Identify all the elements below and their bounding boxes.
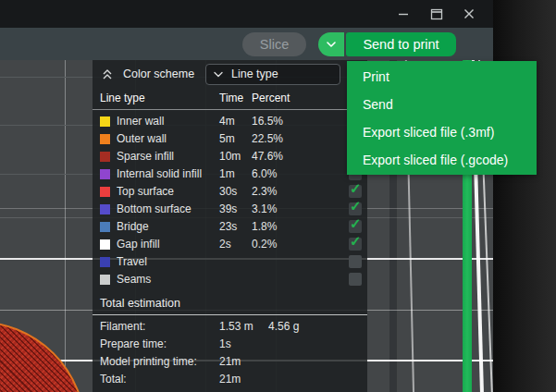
table-row: Seams ✓ <box>93 271 367 288</box>
line-type-percent: 3.1% <box>252 201 277 218</box>
line-type-label: Bottom surface <box>117 201 192 218</box>
line-type-time: 4m <box>219 113 235 130</box>
minimize-icon <box>398 8 409 19</box>
chevron-down-icon <box>326 41 337 48</box>
checkmark-icon: ✓ <box>350 215 362 232</box>
line-type-label: Seams <box>117 271 151 288</box>
line-type-time: 2s <box>219 236 231 253</box>
double-chevron-up-icon[interactable] <box>101 67 114 80</box>
line-type-label: Travel <box>117 253 147 271</box>
sliced-model-preview[interactable] <box>0 321 86 392</box>
column-header-percent: Percent <box>252 88 290 109</box>
panel-title: Color scheme <box>123 60 194 88</box>
total-value: 1.53 m <box>219 318 253 336</box>
line-type-time: 23s <box>219 218 237 236</box>
line-type-percent: 6.0% <box>252 165 277 183</box>
app-window: Slice Send to print <box>0 0 493 392</box>
checkmark-icon: ✓ <box>350 198 362 214</box>
line-type-time: 39s <box>219 201 237 218</box>
checkmark-icon: ✓ <box>350 233 362 250</box>
toolbar: Slice Send to print <box>0 28 493 60</box>
line-type-percent: 0.2% <box>252 236 277 253</box>
menu-item[interactable]: Export sliced file (.3mf) <box>347 118 537 146</box>
view-type-select[interactable]: Line type <box>205 64 340 85</box>
total-row: Prepare time: 1s <box>93 336 367 353</box>
line-type-color-swatch <box>100 222 110 232</box>
table-row: Sparse infill 10m 47.6% ✓ <box>93 148 367 165</box>
color-scheme-panel: Color scheme Line type Line type Time Pe… <box>93 60 367 392</box>
total-row: Filament: 1.53 m 4.56 g <box>93 318 367 336</box>
total-value: 1s <box>219 336 231 353</box>
close-icon <box>463 8 475 19</box>
total-value: 21m <box>219 371 241 388</box>
line-type-visibility-checkbox[interactable]: ✓ <box>349 220 362 233</box>
send-options-dropdown-button[interactable] <box>318 32 344 56</box>
line-type-color-swatch <box>100 152 110 162</box>
line-type-color-swatch <box>100 134 110 144</box>
close-button[interactable] <box>456 0 482 28</box>
panel-header: Color scheme Line type <box>93 60 367 88</box>
total-value-2: 4.56 g <box>268 318 299 336</box>
line-type-visibility-checkbox[interactable]: ✓ <box>349 238 362 251</box>
table-row: Gap infill 2s 0.2% ✓ <box>93 236 367 253</box>
total-estimation-title: Total estimation <box>100 295 180 312</box>
divider <box>93 109 367 110</box>
line-type-visibility-checkbox[interactable]: ✓ <box>349 185 362 198</box>
line-type-percent: 47.6% <box>252 148 283 165</box>
line-type-time: 30s <box>219 183 237 201</box>
desktop-background <box>493 0 556 392</box>
minimize-button[interactable] <box>390 0 416 28</box>
line-type-percent: 2.3% <box>252 183 277 201</box>
slice-button[interactable]: Slice <box>242 32 306 56</box>
send-to-print-button[interactable]: Send to print <box>346 32 456 56</box>
grid-line <box>65 60 66 392</box>
line-type-visibility-checkbox[interactable]: ✓ <box>349 202 362 215</box>
menu-item[interactable]: Send <box>347 91 537 118</box>
line-type-color-swatch <box>100 239 110 250</box>
line-type-percent: 22.5% <box>252 130 283 148</box>
line-type-label: Internal solid infill <box>117 165 202 183</box>
line-type-color-swatch <box>100 187 110 197</box>
table-row: Outer wall 5m 22.5% ✓ <box>93 130 367 148</box>
line-type-color-swatch <box>100 275 110 285</box>
screen: Slice Send to print <box>0 0 556 392</box>
maximize-button[interactable] <box>424 0 450 28</box>
line-type-time: 10m <box>219 148 241 165</box>
line-type-visibility-checkbox[interactable]: ✓ <box>349 255 362 268</box>
line-type-percent: 16.5% <box>252 113 283 130</box>
column-header-line-type: Line type <box>100 88 145 109</box>
totals-rows: Filament: 1.53 m 4.56 g Prepare time: 1s… <box>93 318 367 388</box>
line-type-label: Inner wall <box>117 113 164 130</box>
table-row: Bridge 23s 1.8% ✓ <box>93 218 367 236</box>
total-label: Prepare time: <box>100 336 167 353</box>
view-type-selected: Line type <box>231 65 278 84</box>
table-row: Inner wall 4m 16.5% ✓ <box>93 113 367 130</box>
line-type-visibility-checkbox[interactable]: ✓ <box>349 273 362 286</box>
line-type-color-swatch <box>100 116 110 127</box>
total-label: Total: <box>100 371 127 388</box>
maximize-icon <box>430 8 443 20</box>
table-row: Bottom surface 39s 3.1% ✓ <box>93 201 367 218</box>
table-header: Line type Time Percent <box>93 88 367 109</box>
checkmark-icon: ✓ <box>350 180 362 197</box>
send-to-print-menu: Print Send Export sliced file (.3mf) Exp… <box>347 61 537 175</box>
line-type-time: 1m <box>219 165 235 183</box>
line-type-color-swatch <box>100 204 110 214</box>
line-type-color-swatch <box>100 257 110 267</box>
column-header-time: Time <box>219 88 243 109</box>
total-label: Filament: <box>100 318 145 336</box>
divider <box>93 314 367 315</box>
total-row: Total: 21m <box>93 371 367 388</box>
table-row: Top surface 30s 2.3% ✓ <box>93 183 367 201</box>
table-row: Internal solid infill 1m 6.0% ✓ <box>93 165 367 183</box>
menu-item[interactable]: Export sliced file (.gcode) <box>347 146 537 174</box>
total-row: Model printing time: 21m <box>93 353 367 371</box>
line-type-label: Top surface <box>117 183 174 201</box>
line-type-label: Gap infill <box>117 236 160 253</box>
line-type-label: Bridge <box>117 218 149 236</box>
chevron-down-icon <box>213 70 224 79</box>
total-value: 21m <box>219 353 241 371</box>
line-type-rows: Inner wall 4m 16.5% ✓ Outer wall 5m 22.5… <box>93 113 367 288</box>
line-type-color-swatch <box>100 169 110 179</box>
menu-item[interactable]: Print <box>347 63 537 91</box>
